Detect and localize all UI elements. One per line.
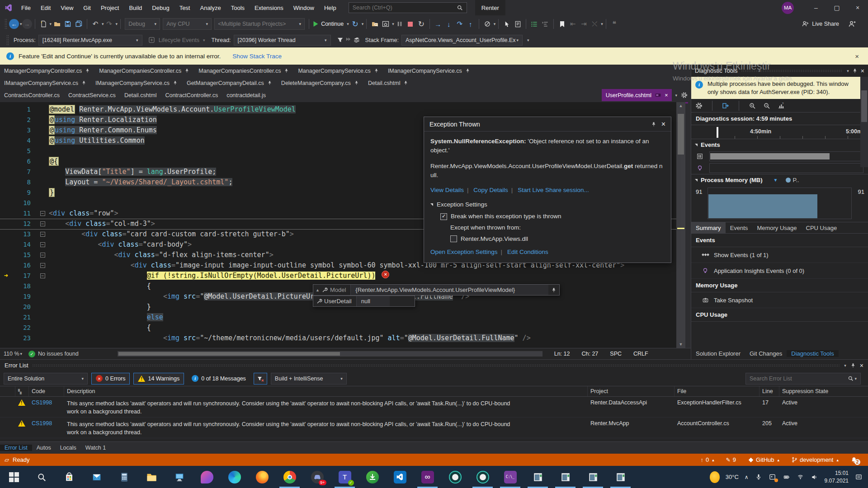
break-checkbox-row[interactable]: ✓ Break when this exception type is thro…: [440, 212, 665, 221]
breakpoint-margin[interactable]: [0, 250, 12, 260]
checkbox-unchecked-icon[interactable]: [450, 235, 457, 242]
stop-debugging-button[interactable]: [405, 18, 416, 30]
code-line[interactable]: 22 {: [0, 323, 676, 333]
live-share-button[interactable]: Live Share: [801, 18, 840, 30]
error-code-link[interactable]: CS1998: [29, 398, 64, 406]
menu-item-debug[interactable]: Debug: [147, 0, 174, 15]
live-share-session-link[interactable]: Start Live Share session...: [518, 187, 589, 193]
timeline-start-marker[interactable]: [717, 127, 718, 138]
menu-item-analyze[interactable]: Analyze: [195, 0, 226, 15]
menu-item-edit[interactable]: Edit: [36, 0, 56, 15]
toolbar-drag-handle[interactable]: [5, 19, 7, 29]
breakpoints-toggle-button[interactable]: [482, 18, 493, 30]
breakpoint-margin[interactable]: [0, 323, 12, 333]
error-list-title[interactable]: Error List ▾ ×: [0, 360, 868, 371]
flag-threads-icon[interactable]: [344, 36, 353, 44]
taskbar-search-button[interactable]: [28, 466, 55, 488]
fold-margin[interactable]: –: [36, 208, 49, 219]
active-document-tab[interactable]: UserProfile.cshtml×: [602, 89, 672, 101]
snip-tool-icon[interactable]: [769, 473, 777, 481]
restart-caret-icon[interactable]: ▾: [362, 22, 364, 26]
fold-margin[interactable]: [36, 281, 49, 291]
push-status-button[interactable]: ↑0▴: [700, 456, 714, 463]
tab-well-gear-icon[interactable]: [680, 91, 688, 99]
break-all-button[interactable]: [394, 18, 405, 30]
fold-collapse-icon[interactable]: –: [40, 263, 45, 268]
code-line[interactable]: 1@model Renter.MvcApp.ViewModels.Account…: [0, 104, 676, 115]
pin-icon[interactable]: [551, 287, 557, 293]
breakpoint-margin[interactable]: [0, 104, 12, 115]
document-tab[interactable]: ManagerCompaniesController.cs: [194, 65, 293, 77]
breakpoint-margin[interactable]: [0, 115, 12, 125]
diag-tab-summary[interactable]: Summary: [691, 222, 726, 233]
clear-filters-button[interactable]: [254, 373, 267, 385]
breakpoint-margin[interactable]: [0, 281, 12, 291]
taskbar-app-window-2[interactable]: [552, 466, 579, 488]
document-tab[interactable]: contractdetail.js: [222, 89, 270, 101]
save-button[interactable]: [62, 18, 73, 30]
microphone-icon[interactable]: [755, 473, 763, 481]
datatip-userdetail[interactable]: UserDetail null: [313, 296, 415, 307]
quick-search[interactable]: [349, 2, 467, 13]
taskbar-app-window-4[interactable]: [607, 466, 634, 488]
fold-margin[interactable]: [36, 302, 49, 312]
taskbar-terminal[interactable]: C:\_: [496, 466, 524, 488]
document-tab[interactable]: ManagerCompaniesController.cs: [95, 65, 194, 77]
step-into-button[interactable]: ↓: [443, 18, 454, 30]
breakpoint-margin[interactable]: [0, 239, 12, 250]
breakpoint-margin[interactable]: [0, 229, 12, 239]
fold-margin[interactable]: [36, 115, 49, 125]
document-tab[interactable]: IManagerCompanyService.cs: [91, 77, 182, 89]
document-tab[interactable]: ManagerCompanyService.cs: [294, 65, 383, 77]
warnings-filter-button[interactable]: 14 Warnings: [133, 373, 184, 385]
new-file-button[interactable]: [38, 18, 49, 30]
pin-icon[interactable]: [354, 80, 359, 86]
breakpoint-margin[interactable]: [0, 312, 12, 323]
clear-bookmarks-button[interactable]: ⤬: [589, 18, 600, 30]
search-input[interactable]: [353, 5, 457, 11]
list-members-button[interactable]: [529, 18, 540, 30]
fold-margin[interactable]: –: [36, 229, 49, 239]
document-tab[interactable]: IManagerCompanyService.cs: [384, 65, 475, 77]
editor-vertical-scrollbar[interactable]: ▲ ▼: [676, 102, 685, 348]
reset-view-chart-icon[interactable]: ?: [777, 102, 785, 110]
document-tab[interactable]: IManagerCompanyService.cs: [0, 77, 91, 89]
lifecycle-events-button[interactable]: Lifecycle Events: [159, 37, 199, 43]
fold-collapse-icon[interactable]: –: [40, 211, 45, 216]
startup-project-dropdown[interactable]: <Multiple Startup Projects>▾: [214, 18, 305, 30]
diag-tab-events[interactable]: Events: [726, 222, 753, 233]
error-list-row[interactable]: CS1998This async method lacks 'await' op…: [0, 397, 868, 418]
settings-gear-icon[interactable]: [695, 102, 703, 110]
fold-margin[interactable]: [36, 104, 49, 115]
fold-margin[interactable]: –: [36, 239, 49, 250]
taskbar-mail[interactable]: [83, 466, 110, 488]
close-button[interactable]: ×: [847, 0, 868, 15]
panel-close-icon[interactable]: ×: [861, 67, 864, 75]
pin-icon[interactable]: [173, 80, 178, 86]
fold-margin[interactable]: [36, 188, 49, 198]
tab-well-caret-icon[interactable]: ▾: [675, 93, 677, 98]
taskbar-robo3t-1[interactable]: [441, 466, 469, 488]
process-dropdown[interactable]: [16248] Renter.MvcApp.exe▾: [38, 35, 142, 46]
document-outline-button[interactable]: [512, 18, 523, 30]
branch-button[interactable]: development▴: [791, 456, 839, 463]
description-column[interactable]: Description: [64, 386, 588, 396]
panel-tab-autos[interactable]: Autos: [32, 445, 56, 451]
document-tab[interactable]: DeleteManagerCompany.cs: [277, 77, 363, 89]
pin-icon[interactable]: [650, 120, 658, 128]
breakpoint-margin[interactable]: [0, 167, 12, 177]
add-user-icon[interactable]: [846, 18, 857, 30]
menu-item-test[interactable]: Test: [175, 0, 195, 15]
menu-item-view[interactable]: View: [56, 0, 78, 15]
taskbar-firefox[interactable]: [248, 466, 276, 488]
line-column[interactable]: Line: [760, 386, 779, 396]
fold-collapse-icon[interactable]: –: [40, 232, 45, 237]
fold-margin[interactable]: –: [36, 250, 49, 260]
tray-expand-icon[interactable]: ∧: [745, 474, 749, 480]
find-in-files-button[interactable]: [369, 18, 380, 30]
show-events-link[interactable]: Show Events (1 of 1): [691, 247, 868, 263]
pin-icon[interactable]: [852, 68, 858, 74]
error-search-input[interactable]: [750, 375, 847, 382]
back-caret-icon[interactable]: ▾: [20, 22, 22, 26]
menu-item-git[interactable]: Git: [78, 0, 96, 15]
